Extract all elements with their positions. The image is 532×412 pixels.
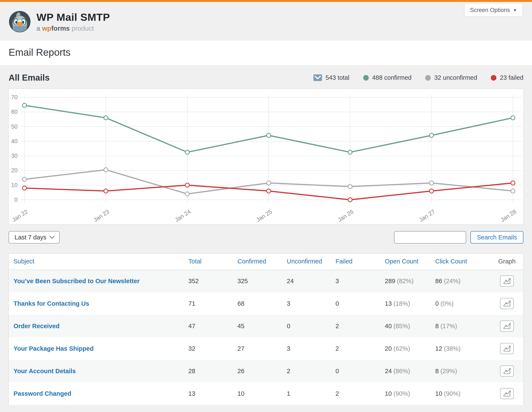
mini-chart-icon	[502, 390, 511, 397]
plugin-header: WP Mail SMTP a wpforms product Screen Op…	[0, 2, 532, 40]
table-row: Thanks for Contacting Us71683013 (18%)0 …	[9, 292, 523, 315]
click-count-value: 10 (90%)	[435, 382, 490, 405]
subject-link[interactable]: You’ve Been Subscribed to Our Newsletter	[13, 278, 140, 284]
row-graph-button[interactable]	[500, 320, 514, 332]
chart-legend: 543 total488 confirmed32 unconfirmed23 f…	[314, 74, 523, 81]
sort-link-click-count[interactable]: Click Count	[435, 258, 467, 265]
column-header-graph: Graph	[490, 254, 523, 270]
top-accent-bar	[0, 0, 532, 2]
app-title: WP Mail SMTP	[37, 11, 110, 23]
subject-link[interactable]: Thanks for Contacting Us	[13, 300, 89, 307]
click-count-percent: (0%)	[440, 300, 454, 307]
search-emails-button[interactable]: Search Emails	[470, 231, 523, 244]
table-row: Your Account Details28262024 (86%)8 (29%…	[9, 360, 523, 382]
column-header-unconfirmed: Unconfirmed	[287, 254, 335, 270]
subtitle-suffix: product	[72, 25, 94, 32]
subject-link[interactable]: Your Account Details	[13, 368, 76, 375]
open-count-value: 20 (62%)	[385, 337, 435, 360]
total-value: 47	[188, 315, 238, 337]
graph-cell	[490, 382, 523, 405]
open-count-value: 10 (90%)	[385, 382, 435, 405]
line-chart-svg: 010203040506070Jan 22Jan 23Jan 24Jan 25J…	[9, 89, 523, 224]
open-count-percent: (85%)	[393, 323, 410, 330]
open-count-value: 13 (18%)	[385, 292, 435, 315]
table-controls: Last 7 days Search Emails	[9, 231, 523, 244]
svg-text:70: 70	[11, 94, 18, 101]
svg-text:0: 0	[14, 197, 18, 203]
page-title-bar: Email Reports	[0, 40, 532, 65]
click-count-percent: (29%)	[440, 368, 457, 375]
legend-item: 488 confirmed	[363, 74, 412, 81]
column-header-subject: Subject	[9, 254, 188, 270]
row-graph-button[interactable]	[500, 388, 514, 399]
table-row: Password Changed13101210 (90%)10 (90%)	[9, 382, 523, 405]
svg-text:Jan 26: Jan 26	[337, 208, 355, 223]
wpforms-wordmark-forms: forms	[51, 25, 70, 32]
page-title: Email Reports	[9, 46, 523, 58]
search-input[interactable]	[394, 231, 466, 244]
legend-label: 543 total	[325, 74, 349, 81]
unconfirmed-value: 2	[287, 360, 335, 382]
column-header-open-count: Open Count	[385, 254, 435, 270]
unconfirmed-value: 3	[287, 337, 335, 360]
row-graph-button[interactable]	[500, 366, 514, 377]
screen-options-button[interactable]: Screen Options ▼	[464, 4, 523, 17]
failed-value: 0	[335, 292, 385, 315]
column-header-failed: Failed	[335, 254, 385, 270]
wp-mail-smtp-logo-icon	[9, 10, 31, 33]
sort-link-open-count[interactable]: Open Count	[385, 258, 418, 265]
unconfirmed-value: 24	[287, 270, 335, 292]
mini-chart-icon	[502, 300, 511, 307]
failed-value: 2	[335, 337, 385, 360]
unconfirmed-value: 0	[287, 315, 335, 337]
column-header-click-count: Click Count	[435, 254, 490, 270]
open-count-percent: (86%)	[393, 368, 410, 375]
svg-text:50: 50	[11, 123, 18, 130]
failed-value: 3	[335, 270, 385, 292]
confirmed-value: 10	[238, 382, 287, 405]
table-row: You’ve Been Subscribed to Our Newsletter…	[9, 270, 523, 292]
date-range-value: Last 7 days	[15, 234, 46, 241]
table-row: Order Received47450240 (85%)8 (17%)	[9, 315, 523, 337]
table-header-row: SubjectTotalConfirmedUnconfirmedFailedOp…	[9, 254, 523, 270]
sort-link-total[interactable]: Total	[188, 258, 201, 265]
caret-down-icon: ▼	[513, 8, 517, 13]
column-header-confirmed: Confirmed	[238, 254, 287, 270]
envelope-icon	[314, 74, 322, 81]
subject-link[interactable]: Your Package Has Shipped	[13, 345, 94, 352]
svg-text:10: 10	[11, 182, 18, 188]
legend-item: 23 failed	[491, 74, 523, 81]
click-count-value: 8 (17%)	[435, 315, 490, 337]
svg-text:20: 20	[11, 167, 18, 174]
date-range-select[interactable]: Last 7 days	[9, 231, 60, 244]
total-value: 32	[188, 337, 238, 360]
total-value: 13	[188, 382, 238, 405]
app-subtitle: a wpforms product	[37, 25, 110, 32]
row-graph-button[interactable]	[500, 275, 514, 287]
email-reports-content: All Emails 543 total488 confirmed32 unco…	[0, 65, 532, 405]
failed-dot-icon	[491, 75, 496, 81]
total-value: 71	[188, 292, 238, 315]
open-count-percent: (90%)	[393, 390, 410, 397]
svg-text:Jan 28: Jan 28	[499, 208, 517, 223]
subject-link[interactable]: Password Changed	[13, 390, 71, 397]
brand-text: WP Mail SMTP a wpforms product	[37, 11, 110, 32]
subject-link[interactable]: Order Received	[13, 323, 59, 330]
subtitle-prefix: a	[37, 25, 40, 32]
sort-link-subject[interactable]: Subject	[13, 258, 34, 265]
mini-chart-icon	[502, 277, 511, 285]
open-count-percent: (18%)	[393, 300, 410, 307]
sort-link-confirmed[interactable]: Confirmed	[238, 258, 266, 265]
row-graph-button[interactable]	[500, 343, 514, 354]
click-count-value: 86 (24%)	[435, 270, 490, 292]
column-header-total: Total	[188, 254, 238, 270]
svg-text:60: 60	[11, 109, 18, 115]
failed-value: 2	[335, 382, 385, 405]
total-value: 352	[188, 270, 238, 292]
section-title: All Emails	[9, 73, 49, 82]
click-count-value: 8 (29%)	[435, 360, 490, 382]
sort-link-unconfirmed[interactable]: Unconfirmed	[287, 258, 322, 265]
row-graph-button[interactable]	[500, 298, 514, 309]
sort-link-failed[interactable]: Failed	[335, 258, 352, 265]
confirmed-value: 27	[238, 337, 287, 360]
